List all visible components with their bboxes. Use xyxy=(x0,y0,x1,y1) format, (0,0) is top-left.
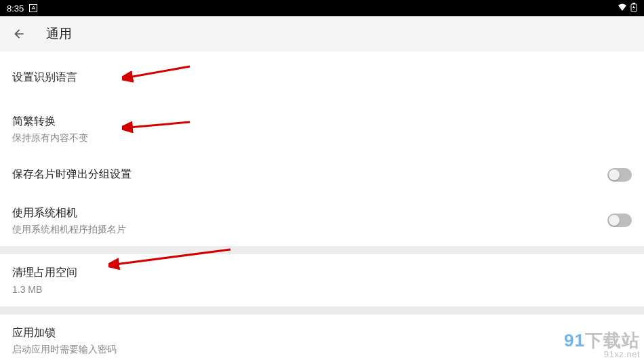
row-title: 应用加锁 xyxy=(12,325,632,340)
row-system-camera[interactable]: 使用系统相机 使用系统相机程序拍摄名片 xyxy=(0,195,644,247)
back-arrow-icon xyxy=(12,27,26,41)
system-camera-switch[interactable] xyxy=(607,214,632,227)
row-title: 清理占用空间 xyxy=(12,265,632,280)
row-clear-space[interactable]: 清理占用空间 1.3 MB xyxy=(0,254,644,306)
row-group-popup[interactable]: 保存名片时弹出分组设置 xyxy=(0,155,644,195)
page-title: 通用 xyxy=(46,25,72,43)
row-subtitle: 使用系统相机程序拍摄名片 xyxy=(12,223,607,235)
row-title: 简繁转换 xyxy=(12,114,632,129)
row-recognize-language[interactable]: 设置识别语言 xyxy=(0,52,644,103)
settings-list: 设置识别语言 简繁转换 保持原有内容不变 保存名片时弹出分组设置 使用系统相机 … xyxy=(0,52,644,362)
battery-icon xyxy=(630,3,637,14)
row-subtitle: 1.3 MB xyxy=(12,283,632,296)
svg-rect-1 xyxy=(632,3,635,4)
row-subtitle: 保持原有内容不变 xyxy=(12,132,632,144)
group-popup-switch[interactable] xyxy=(607,168,632,182)
row-app-lock[interactable]: 应用加锁 启动应用时需要输入密码 xyxy=(0,315,644,362)
status-bar: 8:35 A xyxy=(0,0,644,16)
back-button[interactable] xyxy=(11,26,27,42)
wifi-icon xyxy=(617,3,628,14)
status-indicator-icon: A xyxy=(29,4,37,12)
row-title: 设置识别语言 xyxy=(12,70,632,85)
row-simplified-traditional[interactable]: 简繁转换 保持原有内容不变 xyxy=(0,103,644,155)
status-time: 8:35 xyxy=(7,3,24,14)
section-gap xyxy=(0,306,644,315)
row-title: 保存名片时弹出分组设置 xyxy=(12,167,607,182)
row-subtitle: 启动应用时需要输入密码 xyxy=(12,343,632,355)
section-gap xyxy=(0,246,644,254)
app-bar: 通用 xyxy=(0,16,644,52)
row-title: 使用系统相机 xyxy=(12,205,607,220)
